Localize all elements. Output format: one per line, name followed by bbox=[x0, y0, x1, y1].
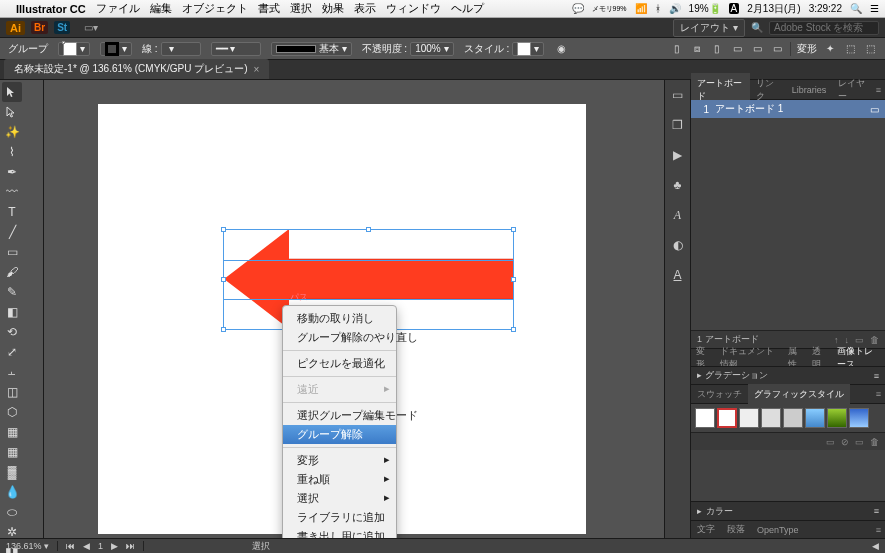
artboard-nav-last[interactable]: ⏭ bbox=[126, 541, 135, 551]
tab-character[interactable]: 文字 bbox=[691, 520, 721, 539]
panel-icon-layers[interactable]: ❐ bbox=[669, 116, 687, 134]
mesh-tool[interactable]: ▦ bbox=[2, 442, 22, 462]
align-top-icon[interactable]: ▭ bbox=[730, 42, 744, 56]
tab-libraries[interactable]: Libraries bbox=[786, 81, 833, 99]
document-tab[interactable]: 名称未設定-1* @ 136.61% (CMYK/GPU プレビュー) × bbox=[4, 59, 269, 79]
panel-menu-icon[interactable]: ≡ bbox=[876, 389, 885, 399]
fill-color-picker[interactable]: ▾ bbox=[58, 42, 90, 56]
bridge-icon[interactable]: Br bbox=[31, 21, 48, 34]
scale-tool[interactable]: ⤢ bbox=[2, 342, 22, 362]
style-swatch[interactable] bbox=[805, 408, 825, 428]
menu-help[interactable]: ヘルプ bbox=[451, 1, 484, 16]
free-transform-tool[interactable]: ◫ bbox=[2, 382, 22, 402]
menu-object[interactable]: オブジェクト bbox=[182, 1, 248, 16]
panel-icon-character[interactable]: A bbox=[669, 266, 687, 284]
panel-icon-brushes[interactable]: A bbox=[669, 206, 687, 224]
sel-handle-sw[interactable] bbox=[221, 327, 226, 332]
panel-icon-symbols[interactable]: ♣ bbox=[669, 176, 687, 194]
stroke-color-picker[interactable]: ▾ bbox=[100, 42, 132, 56]
magic-wand-tool[interactable]: ✨ bbox=[2, 122, 22, 142]
volume-icon[interactable]: 🔊 bbox=[669, 3, 681, 14]
workspace-switcher[interactable]: レイアウト ▾ bbox=[673, 19, 745, 37]
menu-effect[interactable]: 効果 bbox=[322, 1, 344, 16]
menu-edit[interactable]: 編集 bbox=[150, 1, 172, 16]
pen-tool[interactable]: ✒ bbox=[2, 162, 22, 182]
eyedropper-tool[interactable]: 💧 bbox=[2, 482, 22, 502]
menu-view[interactable]: 表示 bbox=[354, 1, 376, 16]
ctx-select[interactable]: 選択▸ bbox=[283, 489, 396, 508]
style-swatch[interactable] bbox=[761, 408, 781, 428]
ai-logo[interactable]: Ai bbox=[6, 21, 25, 35]
selection-tool[interactable] bbox=[2, 82, 22, 102]
artboard-nav-current[interactable]: 1 bbox=[98, 541, 103, 551]
shape-builder-icon[interactable]: ✦ bbox=[823, 42, 837, 56]
tab-opentype[interactable]: OpenType bbox=[751, 522, 805, 538]
ctx-transform[interactable]: 変形▸ bbox=[283, 451, 396, 470]
ctx-isolate-group[interactable]: 選択グループ編集モード bbox=[283, 406, 396, 425]
search-icon[interactable]: 🔍 bbox=[751, 22, 763, 33]
align-center-h-icon[interactable]: ⧈ bbox=[690, 42, 704, 56]
menu-type[interactable]: 書式 bbox=[258, 1, 280, 16]
menu-select[interactable]: 選択 bbox=[290, 1, 312, 16]
scroll-left-icon[interactable]: ◀ bbox=[872, 541, 879, 551]
artboard-nav-prev[interactable]: ◀ bbox=[83, 541, 90, 551]
ctx-redo-ungroup[interactable]: グループ解除のやり直し bbox=[283, 328, 396, 347]
tab-paragraph[interactable]: 段落 bbox=[721, 520, 751, 539]
tab-close-icon[interactable]: × bbox=[254, 64, 260, 75]
align-center-v-icon[interactable]: ▭ bbox=[750, 42, 764, 56]
shaper-tool[interactable]: ✎ bbox=[2, 282, 22, 302]
artboard-row[interactable]: 1 アートボード 1 ▭ bbox=[691, 100, 885, 118]
stroke-profile[interactable]: ━━ ▾ bbox=[211, 42, 261, 56]
zoom-level[interactable]: 136.61% ▾ bbox=[6, 541, 49, 551]
break-link-icon[interactable]: ⊘ bbox=[841, 437, 849, 447]
sel-handle-ne[interactable] bbox=[511, 227, 516, 232]
align-left-icon[interactable]: ▯ bbox=[670, 42, 684, 56]
align-bottom-icon[interactable]: ▭ bbox=[770, 42, 784, 56]
style-swatch[interactable] bbox=[827, 408, 847, 428]
stock-icon[interactable]: St bbox=[54, 21, 70, 34]
line-status-icon[interactable]: 💬 bbox=[572, 3, 584, 14]
input-source-icon[interactable]: A bbox=[729, 3, 740, 14]
ctx-add-library[interactable]: ライブラリに追加 bbox=[283, 508, 396, 527]
opacity-input[interactable]: 100% ▾ bbox=[410, 42, 454, 56]
style-swatch[interactable] bbox=[849, 408, 869, 428]
panel-icon-properties[interactable]: ▭ bbox=[669, 86, 687, 104]
curvature-tool[interactable]: 〰 bbox=[2, 182, 22, 202]
panel-menu-icon[interactable]: ≡ bbox=[876, 85, 885, 95]
gradient-tool[interactable]: ▓ bbox=[2, 462, 22, 482]
artboard-nav-next[interactable]: ▶ bbox=[111, 541, 118, 551]
new-style-icon[interactable]: ▭ bbox=[855, 437, 864, 447]
eraser-tool[interactable]: ◧ bbox=[2, 302, 22, 322]
rotate-tool[interactable]: ⟲ bbox=[2, 322, 22, 342]
menu-file[interactable]: ファイル bbox=[96, 1, 140, 16]
canvas-area[interactable]: パス 移動の取り消し グループ解除のやり直し ピクセルを最適化 遠近▸ 選択グル… bbox=[44, 80, 664, 538]
paintbrush-tool[interactable]: 🖌 bbox=[2, 262, 22, 282]
bluetooth-icon[interactable]: ᚼ bbox=[655, 3, 661, 14]
style-swatch[interactable] bbox=[717, 408, 737, 428]
width-tool[interactable]: ⫠ bbox=[2, 362, 22, 382]
type-tool[interactable]: T bbox=[2, 202, 22, 222]
wifi-icon[interactable]: 📶 bbox=[635, 3, 647, 14]
battery-indicator[interactable]: 19% 🔋 bbox=[689, 3, 721, 14]
panel-icon-actions[interactable]: ▶ bbox=[669, 146, 687, 164]
ctx-export-for[interactable]: 書き出し用に追加 bbox=[283, 527, 396, 538]
transform-label[interactable]: 変形 bbox=[797, 42, 817, 56]
blend-tool[interactable]: ⬭ bbox=[2, 502, 22, 522]
sel-handle-n[interactable] bbox=[366, 227, 371, 232]
ctx-pixel-optimize[interactable]: ピクセルを最適化 bbox=[283, 354, 396, 373]
memory-indicator[interactable]: メモリ99% bbox=[592, 5, 627, 12]
recolor-icon[interactable]: ◉ bbox=[554, 42, 568, 56]
graphic-style-picker[interactable]: ▾ bbox=[512, 42, 544, 56]
menu-window[interactable]: ウィンドウ bbox=[386, 1, 441, 16]
brush-definition[interactable]: 基本 ▾ bbox=[271, 42, 352, 56]
stroke-width-input[interactable]: ▾ bbox=[161, 42, 201, 56]
perspective-grid-tool[interactable]: ▦ bbox=[2, 422, 22, 442]
shape-builder-tool[interactable]: ⬡ bbox=[2, 402, 22, 422]
library-menu-icon[interactable]: ▭ bbox=[826, 437, 835, 447]
arrange-docs-icon[interactable]: ▭▾ bbox=[84, 22, 98, 33]
isolate-icon[interactable]: ⬚ bbox=[843, 42, 857, 56]
spotlight-icon[interactable]: 🔍 bbox=[850, 3, 862, 14]
notification-center-icon[interactable]: ☰ bbox=[870, 3, 879, 14]
panel-menu-icon[interactable]: ≡ bbox=[876, 525, 885, 535]
style-swatch[interactable] bbox=[783, 408, 803, 428]
